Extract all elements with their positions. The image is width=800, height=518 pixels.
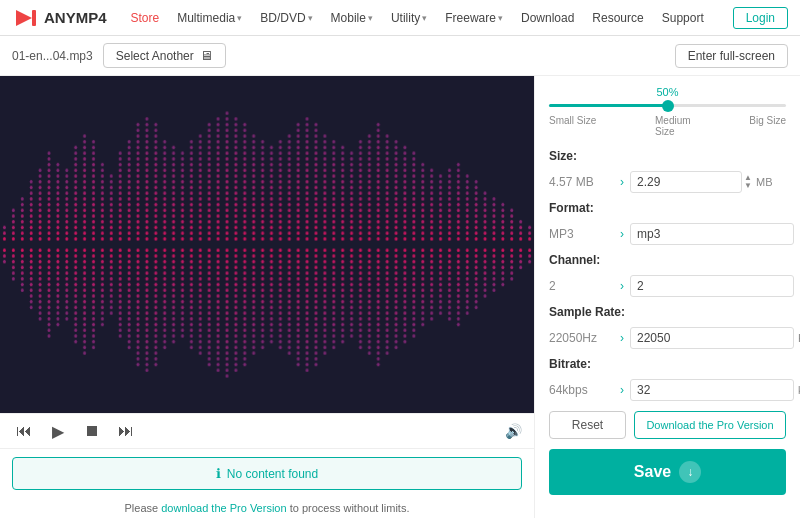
reset-button[interactable]: Reset bbox=[549, 411, 626, 439]
pro-version-button[interactable]: Download the Pro Version bbox=[634, 411, 786, 439]
toolbar-left: 01-en...04.mp3 Select Another 🖥 bbox=[12, 43, 226, 68]
file-name: 01-en...04.mp3 bbox=[12, 49, 93, 63]
channel-value-row: 2 › bbox=[549, 275, 786, 297]
save-label: Save bbox=[634, 463, 671, 481]
samplerate-value-row: 22050Hz › Hz bbox=[549, 327, 786, 349]
format-label: Format: bbox=[549, 201, 609, 215]
size-unit: MB bbox=[756, 176, 786, 188]
nav-item-support[interactable]: Support bbox=[654, 7, 712, 29]
rewind-button[interactable]: ⏮ bbox=[12, 419, 36, 443]
toolbar: 01-en...04.mp3 Select Another 🖥 Enter fu… bbox=[0, 36, 800, 76]
format-label-row: Format: bbox=[549, 201, 786, 215]
slider-thumb[interactable] bbox=[662, 100, 674, 112]
channel-arrow-icon: › bbox=[620, 279, 624, 293]
login-button[interactable]: Login bbox=[733, 7, 788, 29]
slider-section: 50% Small Size MediumSize Big Size bbox=[549, 86, 786, 137]
nav-item-store[interactable]: Store bbox=[123, 7, 168, 29]
bitrate-input[interactable] bbox=[630, 379, 794, 401]
chevron-down-icon: ▾ bbox=[498, 13, 503, 23]
bitrate-original: 64kbps bbox=[549, 383, 614, 397]
waveform-container: /* waveform drawn below */ bbox=[0, 76, 534, 413]
size-row: Size: bbox=[549, 149, 786, 163]
logo: ANYMP4 bbox=[12, 4, 107, 32]
no-content-message: No content found bbox=[227, 467, 318, 481]
format-block: Format: MP3 › bbox=[549, 201, 786, 245]
slider-wrapper[interactable] bbox=[549, 100, 786, 111]
size-original: 4.57 MB bbox=[549, 175, 614, 189]
select-another-button[interactable]: Select Another 🖥 bbox=[103, 43, 226, 68]
nav-item-freeware[interactable]: Freeware▾ bbox=[437, 7, 511, 29]
play-button[interactable]: ▶ bbox=[46, 419, 70, 443]
chevron-down-icon: ▾ bbox=[422, 13, 427, 23]
left-panel: /* waveform drawn below */ ⏮ ▶ ⏹ ⏭ 🔊 ℹ N… bbox=[0, 76, 535, 518]
channel-original: 2 bbox=[549, 279, 614, 293]
logo-text: ANYMP4 bbox=[44, 9, 107, 26]
svg-rect-1 bbox=[32, 10, 36, 26]
bitrate-label: Bitrate: bbox=[549, 357, 609, 371]
right-panel: 50% Small Size MediumSize Big Size Size:… bbox=[535, 76, 800, 518]
stop-button[interactable]: ⏹ bbox=[80, 419, 104, 443]
slider-track bbox=[549, 104, 786, 107]
nav-item-multimedia[interactable]: Multimedia▾ bbox=[169, 7, 250, 29]
size-arrow-icon: › bbox=[620, 175, 624, 189]
controls-bar: ⏮ ▶ ⏹ ⏭ 🔊 bbox=[0, 413, 534, 449]
forward-button[interactable]: ⏭ bbox=[114, 419, 138, 443]
save-icon: ↓ bbox=[679, 461, 701, 483]
samplerate-label-row: Sample Rate: bbox=[549, 305, 786, 319]
monitor-icon: 🖥 bbox=[200, 48, 213, 63]
info-icon: ℹ bbox=[216, 466, 221, 481]
slider-small-label: Small Size bbox=[549, 115, 596, 137]
main: /* waveform drawn below */ ⏮ ▶ ⏹ ⏭ 🔊 ℹ N… bbox=[0, 76, 800, 518]
channel-block: Channel: 2 › bbox=[549, 253, 786, 297]
chevron-down-icon: ▾ bbox=[308, 13, 313, 23]
bitrate-block: Bitrate: 64kbps › kbps bbox=[549, 357, 786, 401]
nav-item-mobile[interactable]: Mobile▾ bbox=[323, 7, 381, 29]
nav-item-bddvd[interactable]: BD/DVD▾ bbox=[252, 7, 320, 29]
nav: Store Multimedia▾ BD/DVD▾ Mobile▾ Utilit… bbox=[123, 7, 733, 29]
fullscreen-button[interactable]: Enter full-screen bbox=[675, 44, 788, 68]
save-button[interactable]: Save ↓ bbox=[549, 449, 786, 495]
chevron-down-icon: ▾ bbox=[368, 13, 373, 23]
header: ANYMP4 Store Multimedia▾ BD/DVD▾ Mobile▾… bbox=[0, 0, 800, 36]
bitrate-arrow-icon: › bbox=[620, 383, 624, 397]
action-row: Reset Download the Pro Version bbox=[549, 411, 786, 439]
format-value-row: MP3 › bbox=[549, 223, 786, 245]
format-input[interactable] bbox=[630, 223, 794, 245]
logo-icon bbox=[12, 4, 40, 32]
volume-icon[interactable]: 🔊 bbox=[505, 423, 522, 439]
slider-percent-label: 50% bbox=[549, 86, 786, 98]
channel-label: Channel: bbox=[549, 253, 609, 267]
format-arrow-icon: › bbox=[620, 227, 624, 241]
no-content-bar: ℹ No content found bbox=[12, 457, 522, 490]
bitrate-value-row: 64kbps › kbps bbox=[549, 379, 786, 401]
size-block: Size: 4.57 MB › ▲ ▼ MB bbox=[549, 149, 786, 193]
select-another-label: Select Another bbox=[116, 49, 194, 63]
waveform-canvas bbox=[0, 76, 534, 413]
nav-item-download[interactable]: Download bbox=[513, 7, 582, 29]
slider-labels: Small Size MediumSize Big Size bbox=[549, 115, 786, 137]
size-spin-down[interactable]: ▼ bbox=[744, 182, 752, 190]
size-value-row: 4.57 MB › ▲ ▼ MB bbox=[549, 171, 786, 193]
channel-input[interactable] bbox=[630, 275, 794, 297]
slider-medium-label: MediumSize bbox=[655, 115, 691, 137]
nav-item-resource[interactable]: Resource bbox=[584, 7, 651, 29]
size-input[interactable] bbox=[630, 171, 742, 193]
slider-big-label: Big Size bbox=[749, 115, 786, 137]
samplerate-block: Sample Rate: 22050Hz › Hz bbox=[549, 305, 786, 349]
format-original: MP3 bbox=[549, 227, 614, 241]
samplerate-original: 22050Hz bbox=[549, 331, 614, 345]
slider-fill bbox=[549, 104, 668, 107]
samplerate-label: Sample Rate: bbox=[549, 305, 625, 319]
chevron-down-icon: ▾ bbox=[237, 13, 242, 23]
samplerate-input[interactable] bbox=[630, 327, 794, 349]
svg-marker-0 bbox=[16, 10, 32, 26]
nav-item-utility[interactable]: Utility▾ bbox=[383, 7, 435, 29]
size-label: Size: bbox=[549, 149, 609, 163]
bitrate-label-row: Bitrate: bbox=[549, 357, 786, 371]
controls-left: ⏮ ▶ ⏹ ⏭ bbox=[12, 419, 138, 443]
samplerate-arrow-icon: › bbox=[620, 331, 624, 345]
size-spinner[interactable]: ▲ ▼ bbox=[744, 174, 752, 190]
channel-label-row: Channel: bbox=[549, 253, 786, 267]
pro-version-link[interactable]: download the Pro Version bbox=[161, 502, 286, 514]
notice-text: Please download the Pro Version to proce… bbox=[0, 498, 534, 518]
